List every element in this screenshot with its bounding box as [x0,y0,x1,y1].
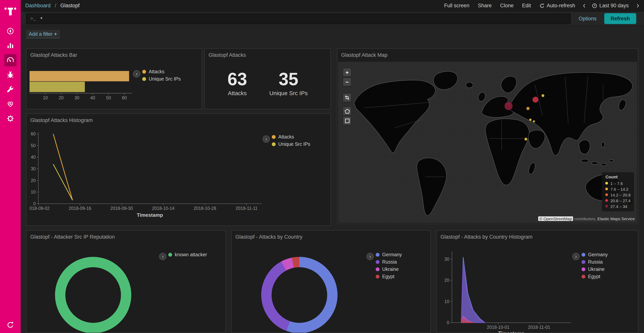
country-donut-chart [232,241,362,333]
legend-label: Germany [382,252,402,257]
axis-tick-label: Timestamp [137,212,163,218]
legend-toggle-button[interactable]: › [572,253,580,260]
map-count-legend: Count 1 – 7.67.6 – 14.214.2 – 20.820.8 –… [602,172,634,211]
legend-toggle-button[interactable]: › [262,135,270,143]
sidebar-item-management[interactable] [0,111,21,126]
legend-item[interactable]: 7.6 – 14.2 [606,186,630,192]
metric-value: 35 [269,70,308,89]
options-link[interactable]: Options [579,16,596,22]
legend-item[interactable]: Russia [376,258,402,265]
fit-bounds-button[interactable] [343,93,352,102]
legend-color-dot [142,70,146,74]
axis-tick-label: 20 [59,95,64,100]
breadcrumb-current: Glastopf [60,3,80,9]
legend-label: 7.6 – 14.2 [610,187,628,191]
legend-toggle-button[interactable]: › [366,253,374,260]
legend-color-dot [376,274,380,278]
legend-item[interactable]: 20.8 – 27.4 [606,198,630,203]
metric-attacks: 63 Attacks [228,70,247,96]
draw-polygon-button[interactable] [343,107,352,116]
legend-toggle-button[interactable]: › [159,253,166,260]
refresh-button[interactable]: Refresh [604,13,636,24]
legend-label: 14.2 – 20.8 [610,192,630,197]
share-button[interactable]: Share [478,3,492,9]
legend-toggle-button[interactable]: › [133,70,140,78]
legend-color-dot [606,188,608,190]
elastic-maps-service-link[interactable]: Elastic Maps Service [598,216,635,221]
crop-icon [344,95,350,100]
metric-label: Unique Src IPs [269,90,308,96]
edit-button[interactable]: Edit [522,3,531,9]
legend-item[interactable]: Germany [582,251,608,258]
time-range-forward-button[interactable] [636,3,640,8]
breadcrumb-separator: / [55,3,56,9]
sidebar-item-logout[interactable] [0,319,21,331]
telekom-logo[interactable] [0,0,21,18]
chart-legend: GermanyRussiaUkraineEgypt [582,251,608,280]
sidebar-item-timelion[interactable] [0,68,21,82]
legend-label: 1 – 7.6 [610,181,623,185]
axis-tick-label: 30 [31,166,36,171]
axis-tick-label: 2018-10-01 [487,325,510,330]
refresh-cycle-icon [539,3,545,8]
legend-item[interactable]: Attacks [272,133,310,140]
axis-tick-label: 2018-11-01 [528,325,550,330]
sidebar-item-dev-tools[interactable] [0,82,21,97]
axis-tick-label: 40 [31,155,36,160]
auto-refresh-button[interactable]: Auto-refresh [539,3,575,9]
legend-item[interactable]: Germany [376,251,402,258]
legend-label: Russia [588,259,602,264]
kibana-top-bar: Dashboard / Glastopf Full screen Share C… [21,0,644,12]
panel-title: Glastopf - Attacks by Country [232,231,430,240]
map-toolbar: + − [343,68,352,126]
continents-layer [354,71,634,215]
axis-tick-label: 30 [74,95,80,100]
heartbeat-icon [4,98,16,110]
add-filter-link[interactable]: Add a filter+ [26,30,60,38]
axis-tick-label: 60 [122,95,127,100]
panel-attacker-src-ip-reputation: Glastopf - Attacker Src IP Reputation › … [26,230,226,333]
time-range-back-button[interactable] [582,3,587,8]
telekom-t-icon [4,4,16,16]
legend-item[interactable]: Egypt [376,273,402,280]
query-bar: >_ * Options Refresh [21,12,644,26]
sidebar-item-monitoring[interactable] [0,97,21,111]
legend-item[interactable]: known attacker [168,251,207,258]
metric-group: 63 Attacks 35 Unique Src IPs [205,70,330,96]
panel-title: Glastopf Attacks [205,49,330,58]
axis-tick-label: 10 [43,95,48,100]
legend-item[interactable]: Ukraine [376,265,402,273]
sidebar-item-visualize[interactable] [0,38,21,53]
breadcrumb-dashboard-link[interactable]: Dashboard [25,3,50,9]
zoom-in-button[interactable]: + [343,68,352,77]
rectangle-icon [344,118,350,123]
legend-color-dot [606,182,608,185]
legend-item[interactable]: Russia [582,258,608,265]
legend-color-dot [142,77,146,81]
legend-item[interactable]: 27.4 – 34 [606,203,630,209]
time-range-button[interactable]: Last 90 days [592,3,629,9]
sidebar-item-dashboard[interactable] [0,53,21,68]
legend-item[interactable]: Egypt [582,273,608,280]
zoom-out-button[interactable]: − [343,78,352,86]
legend-item[interactable]: Ukraine [582,265,608,273]
legend-item[interactable]: 1 – 7.6 [606,180,630,186]
clone-button[interactable]: Clone [500,3,514,9]
axis-tick-label: 2018-10-14 [152,206,174,211]
world-map[interactable]: + − Count 1 – 7.67.6 – 14.214.2 – 20.820… [338,62,637,223]
full-screen-button[interactable]: Full screen [444,3,470,9]
axis-tick-label: 2018-10-28 [194,206,216,211]
map-legend-rows: 1 – 7.67.6 – 14.214.2 – 20.820.8 – 27.42… [606,180,630,209]
legend-color-dot [606,199,608,202]
draw-rectangle-button[interactable] [343,116,352,125]
legend-item[interactable]: 14.2 – 20.8 [606,192,630,198]
search-query-input[interactable]: >_ * [26,13,571,24]
legend-item[interactable]: Unique Src IPs [142,75,181,83]
sidebar-item-discover[interactable] [0,24,21,38]
openstreetmap-link[interactable]: © OpenStreetMap [538,216,573,221]
legend-item[interactable]: Attacks [142,68,181,75]
chevron-right-icon [636,3,640,8]
legend-color-dot [272,135,276,139]
legend-item[interactable]: Unique Src IPs [272,140,310,148]
legend-label: Unique Src IPs [278,141,310,147]
